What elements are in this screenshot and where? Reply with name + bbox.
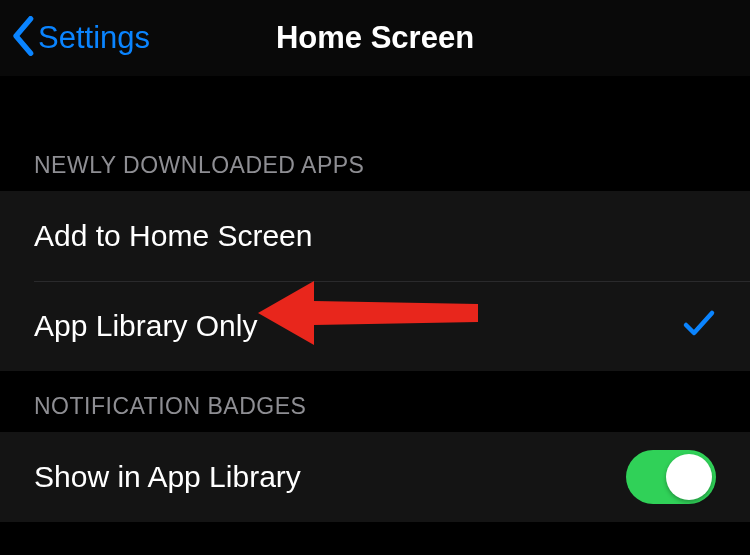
- checkmark-icon: [682, 309, 716, 343]
- notification-badges-group: Show in App Library: [0, 432, 750, 522]
- page-title: Home Screen: [276, 20, 474, 56]
- row-label: Show in App Library: [34, 460, 301, 494]
- show-in-app-library-toggle[interactable]: [626, 450, 716, 504]
- section-header-newly-downloaded: NEWLY DOWNLOADED APPS: [0, 76, 750, 191]
- back-button[interactable]: Settings: [0, 16, 150, 60]
- section-header-notification-badges: NOTIFICATION BADGES: [0, 371, 750, 432]
- toggle-knob: [666, 454, 712, 500]
- navigation-bar: Settings Home Screen: [0, 0, 750, 76]
- option-label: App Library Only: [34, 309, 257, 343]
- option-label: Add to Home Screen: [34, 219, 312, 253]
- newly-downloaded-group: Add to Home Screen App Library Only: [0, 191, 750, 371]
- chevron-left-icon: [12, 16, 36, 60]
- option-app-library-only[interactable]: App Library Only: [0, 281, 750, 371]
- row-show-in-app-library: Show in App Library: [0, 432, 750, 522]
- back-label: Settings: [38, 20, 150, 56]
- option-add-to-home-screen[interactable]: Add to Home Screen: [0, 191, 750, 281]
